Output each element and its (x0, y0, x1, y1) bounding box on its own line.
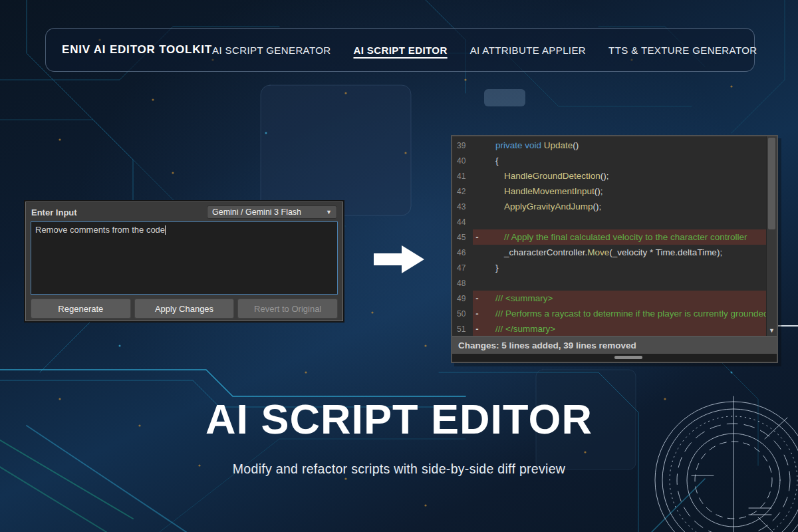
nav-item[interactable]: AI SCRIPT EDITOR (354, 45, 448, 56)
dropdown-arrow-icon: ▼ (326, 209, 332, 215)
code-line: 41HandleGroundDetection(); (452, 168, 766, 184)
code-text: _characterController.Move(_velocity * Ti… (481, 247, 722, 257)
code-text: /// Performs a raycast to determine if t… (481, 309, 766, 319)
code-line: 48 (452, 275, 766, 291)
nav-item[interactable]: AI ATTRIBUTE APPLIER (470, 45, 586, 56)
model-dropdown-value: Gemini / Gemini 3 Flash (212, 207, 301, 217)
code-text: private void Update() (481, 140, 579, 150)
line-content: { (473, 153, 766, 168)
text-caret (165, 225, 166, 235)
code-line: 40{ (452, 153, 766, 168)
line-content: HandleMovementInput(); (473, 184, 766, 199)
regenerate-button[interactable]: Regenerate (31, 299, 131, 319)
input-panel-buttons: RegenerateApply ChangesRevert to Origina… (31, 299, 338, 319)
chip-shape-small (484, 89, 525, 106)
line-content: _characterController.Move(_velocity * Ti… (473, 245, 766, 260)
line-content: HandleGroundDetection(); (473, 168, 766, 184)
revert-to-original-button: Revert to Original (237, 299, 338, 319)
line-number: 45 (452, 233, 473, 242)
page-subtitle: Modify and refactor scripts with side-by… (0, 462, 798, 477)
diff-marker: - (473, 232, 481, 242)
line-content: ApplyGravityAndJump(); (473, 199, 766, 214)
line-number: 51 (452, 325, 473, 334)
nav-item[interactable]: AI SCRIPT GENERATOR (212, 45, 331, 56)
removed-line-content: -/// </summary> (473, 321, 766, 336)
line-number: 46 (452, 248, 473, 257)
model-dropdown[interactable]: Gemini / Gemini 3 Flash ▼ (207, 205, 337, 219)
code-text: } (481, 263, 499, 273)
line-number: 42 (452, 187, 473, 196)
diff-status-text: Changes: 5 lines added, 39 lines removed (458, 340, 636, 350)
code-text: HandleGroundDetection(); (481, 171, 609, 181)
code-line: 42HandleMovementInput(); (452, 184, 766, 199)
code-body: 39private void Update()40{41HandleGround… (452, 136, 777, 336)
removed-line-content: -// Apply the final calculated velocity … (473, 229, 766, 245)
line-number: 49 (452, 294, 473, 303)
right-arrow-icon (370, 242, 430, 277)
ai-input-panel: Enter Input Gemini / Gemini 3 Flash ▼ Re… (25, 201, 343, 321)
line-content: } (473, 260, 766, 275)
code-text: ApplyGravityAndJump(); (481, 201, 601, 211)
line-number: 50 (452, 309, 473, 319)
code-text: /// </summary> (481, 324, 555, 334)
nav-item[interactable]: TTS & TEXTURE GENERATOR (608, 45, 757, 56)
code-lines: 39private void Update()40{41HandleGround… (452, 136, 766, 336)
code-line: 47} (452, 260, 766, 275)
code-line: 51-/// </summary> (452, 321, 766, 336)
horizontal-scrollbar[interactable] (452, 354, 777, 362)
code-text: // Apply the final calculated velocity t… (481, 232, 747, 242)
apply-changes-button[interactable]: Apply Changes (134, 299, 235, 319)
line-content (473, 214, 766, 229)
line-number: 41 (452, 172, 473, 181)
removed-line-content: -/// Performs a raycast to determine if … (473, 306, 766, 321)
line-number: 44 (452, 217, 473, 227)
line-number: 40 (452, 156, 473, 166)
top-navbar: ENIV AI EDITOR TOOLKIT AI SCRIPT GENERAT… (45, 28, 755, 72)
hscrollbar-thumb[interactable] (614, 356, 642, 359)
code-line: 46_characterController.Move(_velocity * … (452, 245, 766, 260)
diff-marker: - (473, 293, 481, 303)
chip-shape (261, 85, 411, 215)
diff-status-bar: Changes: 5 lines added, 39 lines removed (452, 336, 777, 354)
scroll-down-arrow-icon[interactable]: ▼ (767, 328, 777, 334)
enter-input-label: Enter Input (31, 207, 77, 217)
brand-title: ENIV AI EDITOR TOOLKIT (62, 43, 212, 57)
code-line: 43ApplyGravityAndJump(); (452, 199, 766, 214)
code-text: HandleMovementInput(); (481, 186, 603, 196)
diff-marker: - (473, 309, 481, 319)
code-text: { (481, 156, 499, 166)
line-number: 43 (452, 202, 473, 211)
line-content (473, 275, 766, 291)
page-title: AI SCRIPT EDITOR (0, 395, 798, 443)
scrollbar-thumb[interactable] (768, 138, 775, 229)
promo-canvas: ENIV AI EDITOR TOOLKIT AI SCRIPT GENERAT… (0, 0, 798, 532)
line-content: private void Update() (473, 138, 766, 153)
code-diff-panel: 39private void Update()40{41HandleGround… (451, 135, 778, 363)
input-panel-header: Enter Input Gemini / Gemini 3 Flash ▼ (26, 202, 342, 221)
code-line: 39private void Update() (452, 138, 766, 153)
prompt-textarea[interactable]: Remove comments from the code (31, 221, 338, 295)
prompt-text: Remove comments from the code (35, 225, 165, 235)
line-number: 39 (452, 141, 473, 150)
code-line: 44 (452, 214, 766, 229)
line-number: 47 (452, 263, 473, 273)
line-number: 48 (452, 279, 473, 288)
code-text: /// <summary> (481, 293, 553, 303)
code-line: 45-// Apply the final calculated velocit… (452, 229, 766, 245)
vertical-scrollbar[interactable]: ▼ (766, 136, 777, 336)
nav-items: AI SCRIPT GENERATORAI SCRIPT EDITORAI AT… (212, 45, 757, 56)
removed-line-content: -/// <summary> (473, 291, 766, 306)
diff-marker: - (473, 324, 481, 334)
code-line: 50-/// Performs a raycast to determine i… (452, 306, 766, 321)
code-line: 49-/// <summary> (452, 291, 766, 306)
